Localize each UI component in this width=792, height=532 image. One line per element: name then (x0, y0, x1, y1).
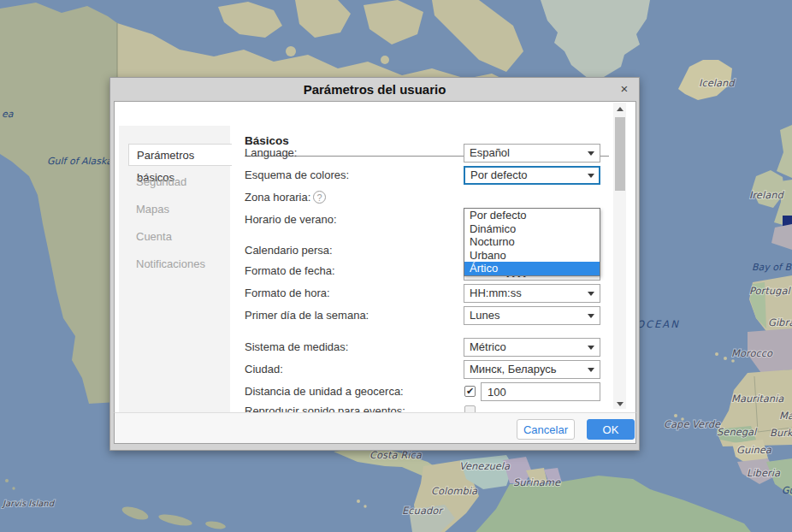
map-label-jarvis-island: Jarvis Island (1, 499, 56, 508)
app-stage: eaGulf of AlaskaIcelandIrelandBay of BiP… (0, 0, 792, 532)
dialog-panel: Parámetros básicosSeguridadMapasCuentaNo… (114, 101, 636, 444)
row-timezone: Zona horaria:? (115, 188, 611, 207)
row-measure-system: Sistema de medidas:Métrico (115, 338, 611, 357)
chevron-down-icon (588, 368, 594, 375)
map-label-iceland: Iceland (699, 77, 736, 89)
measure-system-label: Sistema de medidas: (245, 338, 348, 357)
timezone-label: Zona horaria: (245, 188, 310, 207)
map-label-burki: Burki (770, 427, 792, 439)
help-icon[interactable]: ? (313, 191, 326, 204)
dialog-header: Parámetros del usuario × (110, 78, 639, 101)
row-first-day: Primer día de la semana:Lunes (115, 306, 611, 325)
map-label-ea: ea (2, 109, 14, 120)
map-label-suriname: Suriname (513, 476, 561, 488)
map-label-ecuador: Ecuador (402, 505, 444, 517)
map-label-guinea: Guinea (736, 444, 772, 456)
ok-button[interactable]: OK (587, 419, 635, 440)
map-label-mauritania: Mauritania (731, 393, 784, 405)
time-format-value: HH:mm:ss (464, 285, 600, 301)
map-label-ireland: Ireland (749, 189, 784, 201)
color-scheme-label: Esquema de colores: (245, 166, 349, 185)
close-icon[interactable]: × (618, 78, 631, 101)
user-settings-dialog: Parámetros del usuario × Parámetros bási… (109, 77, 640, 451)
city-label: Ciudad: (245, 360, 283, 379)
dropdown-option-por-defecto[interactable]: Por defecto (464, 209, 600, 222)
chevron-down-icon (588, 151, 594, 159)
dst-label: Horario de verano: (245, 210, 337, 229)
row-time-format: Formato de hora:HH:mm:ss (115, 284, 611, 303)
map-label-gulf-of-alaska: Gulf of Alaska (47, 156, 112, 167)
row-language: Language:Español (115, 144, 611, 163)
language-select[interactable]: Español (464, 144, 600, 163)
map-label-gu: Gu (782, 485, 792, 496)
first-day-value: Lunes (464, 307, 600, 323)
chevron-down-icon (588, 174, 594, 181)
map-label-senegal: Senegal (717, 426, 758, 438)
first-day-label: Primer día de la semana: (245, 306, 369, 325)
cancel-button[interactable]: Cancelar (517, 419, 575, 440)
chevron-down-icon (588, 292, 594, 299)
chevron-down-icon (588, 314, 594, 322)
color-scheme-select[interactable]: Por defecto (464, 166, 600, 185)
dropdown-option-ártico[interactable]: Ártico (464, 262, 600, 275)
row-city: Ciudad:Минск, Беларусь (115, 360, 611, 379)
geofence-distance-checkbox[interactable]: ✔ (464, 386, 476, 397)
scroll-down-icon[interactable] (613, 397, 626, 409)
color-scheme-dropdown-list: Por defectoDinámicoNocturnoUrbanoÁrtico (464, 208, 600, 276)
measure-system-select[interactable]: Métrico (464, 338, 600, 357)
time-format-label: Formato de hora: (245, 284, 330, 303)
map-label-ocean: OCEAN (636, 318, 680, 330)
time-format-select[interactable]: HH:mm:ss (464, 284, 600, 303)
persian-calendar-label: Calendario persa: (245, 241, 333, 260)
dialog-title: Parámetros del usuario (110, 78, 639, 101)
geofence-distance-input[interactable] (481, 382, 600, 401)
dropdown-option-dinámico[interactable]: Dinámico (464, 222, 600, 236)
date-format-label: Formato de fecha: (245, 262, 335, 281)
scroll-up-icon[interactable] (613, 103, 626, 115)
map-label-colombia: Colombia (431, 485, 478, 497)
city-select[interactable]: Минск, Беларусь (464, 360, 600, 379)
language-value: Español (464, 145, 600, 161)
map-label-morocco: Morocco (731, 347, 773, 359)
dropdown-option-nocturno[interactable]: Nocturno (464, 235, 600, 249)
language-label: Language: (245, 144, 297, 163)
map-label-costa-rica: Costa Rica (369, 449, 423, 461)
map-label-portugal: Portugal (749, 285, 791, 297)
geofence-distance-label: Distancia de unidad a geocerca: (245, 382, 404, 401)
color-scheme-value: Por defecto (465, 168, 599, 182)
map-label-liberia: Liberia (747, 467, 781, 479)
chevron-down-icon (588, 346, 594, 353)
scroll-thumb[interactable] (615, 117, 625, 191)
map-label-venezuela: Venezuela (459, 460, 511, 472)
scrollbar[interactable] (613, 103, 626, 409)
city-value: Минск, Беларусь (464, 361, 600, 377)
measure-system-value: Métrico (464, 339, 600, 355)
map-label-bay-of-bi: Bay of Bi (752, 262, 792, 273)
first-day-select[interactable]: Lunes (464, 306, 600, 325)
map-label-gibralta: Gibralta (768, 316, 792, 328)
dialog-footer: Cancelar OK (114, 412, 636, 444)
map-label-cape-verde: Cape Verde (664, 418, 721, 430)
row-color-scheme: Esquema de colores:Por defecto (115, 166, 611, 185)
dropdown-option-urbano[interactable]: Urbano (464, 249, 600, 263)
map-label-mal: Mal (779, 410, 792, 422)
row-geofence-distance: Distancia de unidad a geocerca:✔ (115, 382, 611, 401)
